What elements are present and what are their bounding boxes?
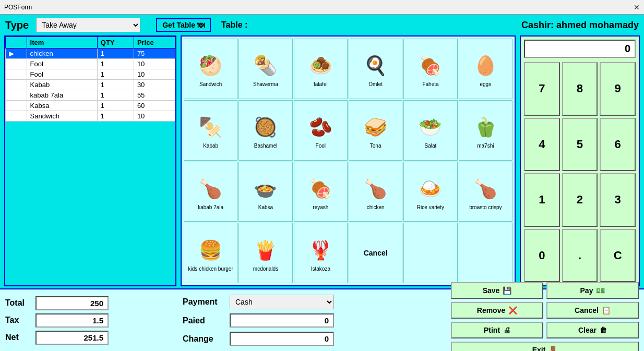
- change-row: Change 0: [183, 332, 446, 346]
- food-label-reyash: reyash: [313, 204, 328, 210]
- food-item-shawarma[interactable]: 🌯 Shawerma: [238, 39, 292, 99]
- food-emoji-ma7shi: 🫑: [464, 112, 506, 143]
- food-item-istakoza[interactable]: 🦞 Istakoza: [294, 223, 348, 283]
- net-label: Net: [5, 333, 31, 342]
- row-qty: 1: [97, 80, 134, 90]
- row-arrow: [6, 90, 27, 101]
- food-item-faheta[interactable]: 🍖 Faheta: [403, 39, 457, 99]
- food-emoji-eggs: 🥚: [464, 50, 506, 81]
- food-label-falafel: falafel: [314, 81, 328, 87]
- numpad-btn-5[interactable]: 5: [562, 118, 598, 172]
- app-title: POSForm: [4, 4, 32, 11]
- total-row: Total 250: [5, 296, 177, 310]
- payment-type-row: Payment Cash Credit Card Visa: [183, 295, 446, 309]
- food-item-kids[interactable]: 🍔 kids chicken burger: [184, 223, 237, 283]
- remove-button[interactable]: Remove ❌: [451, 302, 543, 319]
- numpad-btn-2[interactable]: 2: [562, 173, 598, 227]
- save-button[interactable]: Save 💾: [451, 282, 543, 299]
- food-label-kabsa: Kabsa: [258, 204, 273, 210]
- food-item-kabsa[interactable]: 🍲 Kabsa: [238, 162, 292, 222]
- table-row[interactable]: kabab 7ala 1 55: [6, 90, 175, 101]
- food-item-cancel[interactable]: Cancel: [349, 223, 402, 283]
- row-arrow: [6, 59, 27, 69]
- payment-select[interactable]: Cash Credit Card Visa: [230, 295, 334, 309]
- food-item-rice[interactable]: 🍛 Rice variety: [403, 162, 457, 222]
- clear-label: Clear: [578, 326, 597, 334]
- table-row[interactable]: Kabsa 1 60: [6, 101, 175, 111]
- numpad-grid: 7894561230.C: [524, 62, 636, 282]
- food-item-sandwich[interactable]: 🥙 Sandwich: [184, 39, 237, 99]
- food-label-fool: Fool: [316, 143, 326, 149]
- exit-label: Exit: [532, 346, 546, 351]
- numpad-btn-C[interactable]: C: [600, 229, 636, 283]
- order-table: Item QTY Price ▶ chicken 1 75 Fool 1 10 …: [5, 37, 175, 122]
- table-row[interactable]: Kabab 1 30: [6, 80, 175, 90]
- table-row[interactable]: Fool 1 10: [6, 59, 175, 69]
- food-item-kabab[interactable]: 🍢 Kabab: [184, 100, 237, 161]
- print-button[interactable]: Ptint 🖨: [451, 322, 543, 338]
- numpad-btn-8[interactable]: 8: [562, 62, 598, 116]
- col-arrow: [6, 37, 27, 49]
- row-price: 10: [134, 59, 175, 69]
- food-item-bashamel[interactable]: 🥘 Bashamel: [238, 100, 292, 161]
- row-price: 30: [134, 80, 175, 90]
- food-item-salat[interactable]: 🥗 Salat: [403, 100, 457, 161]
- food-item-mcdonalds[interactable]: 🍟 mcdonalds: [238, 223, 292, 283]
- get-table-button[interactable]: Get Table 🍽: [156, 18, 211, 32]
- type-select[interactable]: Take Away Dine In Delivery: [36, 18, 140, 32]
- row-arrow: [6, 69, 27, 80]
- food-emoji-reyash: 🍖: [300, 173, 341, 204]
- row-qty: 1: [97, 49, 134, 59]
- paid-row: Paied 0: [183, 313, 446, 328]
- row-price: 60: [134, 101, 175, 111]
- clear-button[interactable]: Clear 🗑: [546, 322, 639, 338]
- numpad-btn-4[interactable]: 4: [524, 118, 560, 172]
- numpad-btn-dot[interactable]: .: [562, 229, 598, 283]
- food-label-bashamel: Bashamel: [254, 143, 277, 149]
- pay-button[interactable]: Pay 💵: [546, 282, 639, 299]
- food-emoji-broasto: 🍗: [464, 173, 506, 204]
- table-row[interactable]: Sandwich 1 10: [6, 111, 175, 122]
- food-item-kabab7ala[interactable]: 🍗 kabab 7ala: [184, 162, 237, 222]
- totals-panel: Total 250 Tax 1.5 Net 251.5: [5, 296, 177, 345]
- row-arrow: [6, 111, 27, 122]
- exit-button[interactable]: Exit 🚪: [451, 342, 639, 351]
- row-arrow: [6, 80, 27, 90]
- numpad-btn-0[interactable]: 0: [524, 229, 560, 283]
- tax-row: Tax 1.5: [5, 313, 177, 328]
- food-emoji-kabab: 🍢: [190, 112, 232, 143]
- food-label-ma7shi: ma7shi: [477, 143, 494, 149]
- table-row[interactable]: Fool 1 10: [6, 69, 175, 80]
- food-item-ma7shi[interactable]: 🫑 ma7shi: [459, 100, 512, 161]
- numpad-btn-1[interactable]: 1: [524, 173, 560, 227]
- food-item-omlet[interactable]: 🍳 Omlet: [349, 39, 402, 99]
- food-item-empty2: [459, 223, 512, 283]
- numpad-btn-3[interactable]: 3: [600, 173, 636, 227]
- cancel-button[interactable]: Cancel 📋: [546, 302, 639, 319]
- food-item-chicken[interactable]: 🍗 chicken: [349, 162, 402, 222]
- food-emoji-tona: 🥪: [355, 112, 397, 143]
- food-item-tona[interactable]: 🥪 Tona: [349, 100, 402, 161]
- change-label: Change: [183, 334, 224, 344]
- numpad-btn-7[interactable]: 7: [524, 62, 560, 116]
- food-item-broasto[interactable]: 🍗 broasto crispy: [459, 162, 512, 222]
- food-item-reyash[interactable]: 🍖 reyash: [294, 162, 348, 222]
- food-item-eggs[interactable]: 🥚 eggs: [459, 39, 512, 99]
- food-label-kabab7ala: kabab 7ala: [198, 204, 223, 210]
- close-button[interactable]: ✕: [634, 3, 640, 11]
- numpad-btn-9[interactable]: 9: [600, 62, 636, 116]
- food-label-rice: Rice variety: [417, 204, 444, 210]
- food-emoji-mcdonalds: 🍟: [245, 235, 287, 266]
- row-qty: 1: [97, 59, 134, 69]
- title-bar: POSForm ✕: [0, 0, 644, 15]
- total-label: Total: [5, 298, 31, 308]
- food-emoji-bashamel: 🥘: [245, 112, 287, 143]
- food-item-falafel[interactable]: 🧆 falafel: [294, 39, 348, 99]
- numpad-btn-6[interactable]: 6: [600, 118, 636, 172]
- food-emoji-falafel: 🧆: [300, 50, 341, 81]
- row-price: 55: [134, 90, 175, 101]
- table-row[interactable]: ▶ chicken 1 75: [6, 49, 175, 59]
- food-item-fool[interactable]: 🫘 Fool: [294, 100, 348, 161]
- save-label: Save: [483, 286, 500, 295]
- print-icon: 🖨: [503, 326, 510, 334]
